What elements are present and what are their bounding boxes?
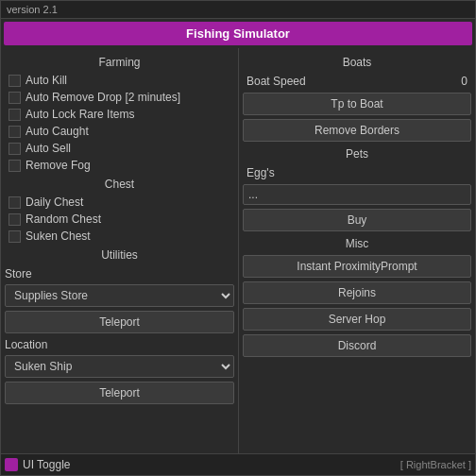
auto-kill-item[interactable]: Auto Kill xyxy=(5,72,234,89)
utilities-header: Utilities xyxy=(5,248,234,262)
auto-remove-drop-label: Auto Remove Drop [2 minutes] xyxy=(26,91,180,104)
eggs-input[interactable] xyxy=(243,184,471,205)
keybind-label: [ RightBracket ] xyxy=(400,459,471,470)
auto-kill-label: Auto Kill xyxy=(26,74,67,87)
location-select[interactable]: Suken Ship xyxy=(5,355,234,378)
auto-caught-label: Auto Caught xyxy=(26,125,89,138)
location-teleport-button[interactable]: Teleport xyxy=(5,382,234,404)
server-hop-button[interactable]: Server Hop xyxy=(243,308,471,331)
random-chest-checkbox[interactable] xyxy=(8,213,21,226)
suken-chest-checkbox[interactable] xyxy=(8,230,21,243)
store-teleport-button[interactable]: Teleport xyxy=(5,311,234,333)
auto-remove-drop-checkbox[interactable] xyxy=(8,92,21,104)
remove-borders-button[interactable]: Remove Borders xyxy=(243,119,471,142)
eggs-label: Egg's xyxy=(246,166,275,179)
auto-caught-checkbox[interactable] xyxy=(8,126,21,138)
toggle-square-icon xyxy=(5,458,18,471)
misc-header: Misc xyxy=(243,237,471,250)
boat-speed-label: Boat Speed xyxy=(246,75,306,88)
boat-speed-value: 0 xyxy=(461,75,468,88)
auto-lock-rare-item[interactable]: Auto Lock Rare Items xyxy=(5,106,234,123)
auto-lock-rare-checkbox[interactable] xyxy=(8,109,21,121)
auto-sell-item[interactable]: Auto Sell xyxy=(5,140,234,157)
bottom-bar: UI Toggle [ RightBracket ] xyxy=(1,453,475,475)
suken-chest-item[interactable]: Suken Chest xyxy=(5,228,234,245)
suken-chest-label: Suken Chest xyxy=(26,230,91,243)
remove-fog-label: Remove Fog xyxy=(26,159,91,172)
auto-sell-label: Auto Sell xyxy=(26,142,71,155)
random-chest-item[interactable]: Random Chest xyxy=(5,211,234,228)
auto-kill-checkbox[interactable] xyxy=(8,75,21,87)
daily-chest-item[interactable]: Daily Chest xyxy=(5,194,234,211)
chest-header: Chest xyxy=(5,178,234,191)
auto-sell-checkbox[interactable] xyxy=(8,143,21,155)
auto-remove-drop-item[interactable]: Auto Remove Drop [2 minutes] xyxy=(5,89,234,106)
daily-chest-checkbox[interactable] xyxy=(8,196,21,209)
right-panel: Boats Boat Speed 0 Tp to Boat Remove Bor… xyxy=(239,48,475,453)
tp-to-boat-button[interactable]: Tp to Boat xyxy=(243,93,471,115)
remove-fog-checkbox[interactable] xyxy=(8,160,21,172)
remove-fog-item[interactable]: Remove Fog xyxy=(5,157,234,174)
auto-lock-rare-label: Auto Lock Rare Items xyxy=(26,108,134,121)
title-bar: Fishing Simulator xyxy=(4,22,472,45)
version-bar: version 2.1 xyxy=(1,1,475,19)
boat-speed-row: Boat Speed 0 xyxy=(243,72,471,91)
store-select[interactable]: Supplies Store Utilities Store xyxy=(5,284,234,307)
buy-button[interactable]: Buy xyxy=(243,209,471,231)
location-section-title: Location xyxy=(5,338,234,351)
store-section-title: Store xyxy=(5,267,234,280)
ui-toggle-area[interactable]: UI Toggle xyxy=(5,458,70,471)
version-text: version 2.1 xyxy=(7,4,58,15)
eggs-label-row: Egg's xyxy=(243,163,471,182)
discord-button[interactable]: Discord xyxy=(243,334,471,357)
farming-header: Farming xyxy=(5,56,234,69)
left-panel: Farming Auto Kill Auto Remove Drop [2 mi… xyxy=(1,48,239,453)
pets-header: Pets xyxy=(243,147,471,161)
boats-header: Boats xyxy=(243,56,471,69)
daily-chest-label: Daily Chest xyxy=(26,196,83,209)
ui-toggle-label: UI Toggle xyxy=(23,458,70,471)
rejoins-button[interactable]: Rejoins xyxy=(243,281,471,304)
random-chest-label: Random Chest xyxy=(26,212,101,226)
auto-caught-item[interactable]: Auto Caught xyxy=(5,123,234,140)
instant-proximity-button[interactable]: Instant ProximityPrompt xyxy=(243,255,471,278)
